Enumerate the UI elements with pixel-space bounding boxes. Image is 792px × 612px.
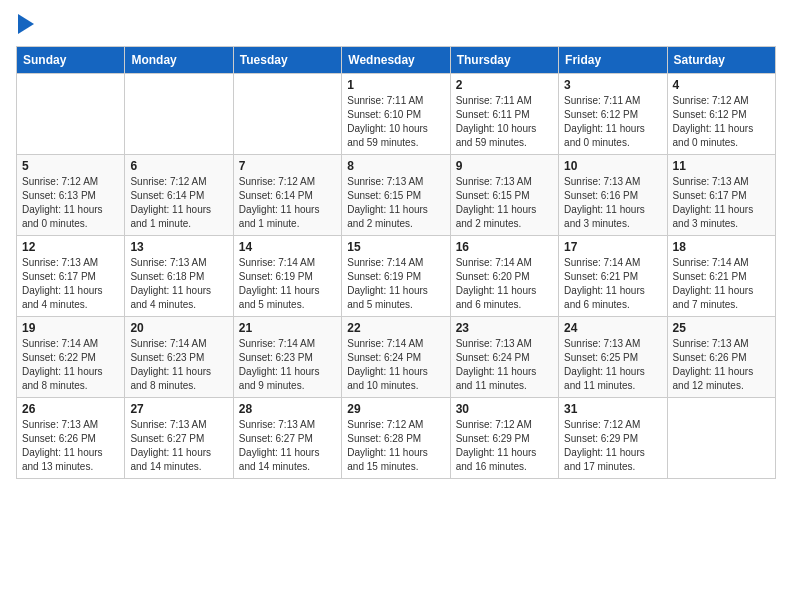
day-header-wednesday: Wednesday [342, 47, 450, 74]
calendar-day-17: 17Sunrise: 7:14 AMSunset: 6:21 PMDayligh… [559, 236, 667, 317]
day-number: 22 [347, 321, 444, 335]
logo [16, 16, 34, 34]
day-header-tuesday: Tuesday [233, 47, 341, 74]
empty-cell [667, 398, 775, 479]
day-number: 10 [564, 159, 661, 173]
calendar-day-24: 24Sunrise: 7:13 AMSunset: 6:25 PMDayligh… [559, 317, 667, 398]
day-info: Sunrise: 7:12 AMSunset: 6:29 PMDaylight:… [456, 418, 553, 474]
calendar-day-18: 18Sunrise: 7:14 AMSunset: 6:21 PMDayligh… [667, 236, 775, 317]
day-info: Sunrise: 7:11 AMSunset: 6:11 PMDaylight:… [456, 94, 553, 150]
day-info: Sunrise: 7:11 AMSunset: 6:12 PMDaylight:… [564, 94, 661, 150]
calendar-day-21: 21Sunrise: 7:14 AMSunset: 6:23 PMDayligh… [233, 317, 341, 398]
day-number: 29 [347, 402, 444, 416]
day-header-friday: Friday [559, 47, 667, 74]
calendar-day-30: 30Sunrise: 7:12 AMSunset: 6:29 PMDayligh… [450, 398, 558, 479]
calendar-day-15: 15Sunrise: 7:14 AMSunset: 6:19 PMDayligh… [342, 236, 450, 317]
calendar-day-27: 27Sunrise: 7:13 AMSunset: 6:27 PMDayligh… [125, 398, 233, 479]
calendar-day-10: 10Sunrise: 7:13 AMSunset: 6:16 PMDayligh… [559, 155, 667, 236]
calendar-day-6: 6Sunrise: 7:12 AMSunset: 6:14 PMDaylight… [125, 155, 233, 236]
empty-cell [233, 74, 341, 155]
day-info: Sunrise: 7:14 AMSunset: 6:24 PMDaylight:… [347, 337, 444, 393]
day-number: 4 [673, 78, 770, 92]
day-header-thursday: Thursday [450, 47, 558, 74]
calendar-day-12: 12Sunrise: 7:13 AMSunset: 6:17 PMDayligh… [17, 236, 125, 317]
day-number: 7 [239, 159, 336, 173]
empty-cell [17, 74, 125, 155]
calendar-day-20: 20Sunrise: 7:14 AMSunset: 6:23 PMDayligh… [125, 317, 233, 398]
day-number: 8 [347, 159, 444, 173]
day-number: 23 [456, 321, 553, 335]
day-info: Sunrise: 7:14 AMSunset: 6:22 PMDaylight:… [22, 337, 119, 393]
calendar-day-8: 8Sunrise: 7:13 AMSunset: 6:15 PMDaylight… [342, 155, 450, 236]
calendar-day-26: 26Sunrise: 7:13 AMSunset: 6:26 PMDayligh… [17, 398, 125, 479]
calendar-day-7: 7Sunrise: 7:12 AMSunset: 6:14 PMDaylight… [233, 155, 341, 236]
day-number: 15 [347, 240, 444, 254]
calendar-day-29: 29Sunrise: 7:12 AMSunset: 6:28 PMDayligh… [342, 398, 450, 479]
day-number: 2 [456, 78, 553, 92]
day-number: 30 [456, 402, 553, 416]
day-info: Sunrise: 7:13 AMSunset: 6:17 PMDaylight:… [22, 256, 119, 312]
calendar-day-11: 11Sunrise: 7:13 AMSunset: 6:17 PMDayligh… [667, 155, 775, 236]
day-info: Sunrise: 7:12 AMSunset: 6:28 PMDaylight:… [347, 418, 444, 474]
calendar-day-16: 16Sunrise: 7:14 AMSunset: 6:20 PMDayligh… [450, 236, 558, 317]
page-header [16, 16, 776, 34]
day-info: Sunrise: 7:11 AMSunset: 6:10 PMDaylight:… [347, 94, 444, 150]
calendar-week-row: 5Sunrise: 7:12 AMSunset: 6:13 PMDaylight… [17, 155, 776, 236]
day-number: 6 [130, 159, 227, 173]
day-info: Sunrise: 7:12 AMSunset: 6:14 PMDaylight:… [130, 175, 227, 231]
calendar-day-25: 25Sunrise: 7:13 AMSunset: 6:26 PMDayligh… [667, 317, 775, 398]
day-number: 19 [22, 321, 119, 335]
day-info: Sunrise: 7:14 AMSunset: 6:23 PMDaylight:… [239, 337, 336, 393]
day-info: Sunrise: 7:14 AMSunset: 6:19 PMDaylight:… [347, 256, 444, 312]
logo-arrow-icon [18, 14, 34, 34]
calendar-day-23: 23Sunrise: 7:13 AMSunset: 6:24 PMDayligh… [450, 317, 558, 398]
day-number: 17 [564, 240, 661, 254]
day-number: 3 [564, 78, 661, 92]
day-number: 25 [673, 321, 770, 335]
calendar-day-4: 4Sunrise: 7:12 AMSunset: 6:12 PMDaylight… [667, 74, 775, 155]
day-info: Sunrise: 7:14 AMSunset: 6:21 PMDaylight:… [673, 256, 770, 312]
day-number: 11 [673, 159, 770, 173]
day-number: 28 [239, 402, 336, 416]
calendar-day-1: 1Sunrise: 7:11 AMSunset: 6:10 PMDaylight… [342, 74, 450, 155]
day-info: Sunrise: 7:12 AMSunset: 6:12 PMDaylight:… [673, 94, 770, 150]
calendar-week-row: 1Sunrise: 7:11 AMSunset: 6:10 PMDaylight… [17, 74, 776, 155]
calendar-day-22: 22Sunrise: 7:14 AMSunset: 6:24 PMDayligh… [342, 317, 450, 398]
day-info: Sunrise: 7:14 AMSunset: 6:20 PMDaylight:… [456, 256, 553, 312]
day-header-sunday: Sunday [17, 47, 125, 74]
day-info: Sunrise: 7:13 AMSunset: 6:17 PMDaylight:… [673, 175, 770, 231]
calendar-week-row: 12Sunrise: 7:13 AMSunset: 6:17 PMDayligh… [17, 236, 776, 317]
day-info: Sunrise: 7:13 AMSunset: 6:18 PMDaylight:… [130, 256, 227, 312]
calendar-day-9: 9Sunrise: 7:13 AMSunset: 6:15 PMDaylight… [450, 155, 558, 236]
empty-cell [125, 74, 233, 155]
calendar-day-31: 31Sunrise: 7:12 AMSunset: 6:29 PMDayligh… [559, 398, 667, 479]
day-info: Sunrise: 7:13 AMSunset: 6:15 PMDaylight:… [347, 175, 444, 231]
calendar-week-row: 26Sunrise: 7:13 AMSunset: 6:26 PMDayligh… [17, 398, 776, 479]
day-number: 24 [564, 321, 661, 335]
day-number: 1 [347, 78, 444, 92]
day-info: Sunrise: 7:13 AMSunset: 6:27 PMDaylight:… [130, 418, 227, 474]
day-info: Sunrise: 7:13 AMSunset: 6:26 PMDaylight:… [673, 337, 770, 393]
day-info: Sunrise: 7:14 AMSunset: 6:23 PMDaylight:… [130, 337, 227, 393]
day-info: Sunrise: 7:13 AMSunset: 6:25 PMDaylight:… [564, 337, 661, 393]
calendar-day-13: 13Sunrise: 7:13 AMSunset: 6:18 PMDayligh… [125, 236, 233, 317]
calendar-day-19: 19Sunrise: 7:14 AMSunset: 6:22 PMDayligh… [17, 317, 125, 398]
calendar-day-3: 3Sunrise: 7:11 AMSunset: 6:12 PMDaylight… [559, 74, 667, 155]
day-info: Sunrise: 7:14 AMSunset: 6:19 PMDaylight:… [239, 256, 336, 312]
day-number: 21 [239, 321, 336, 335]
day-info: Sunrise: 7:13 AMSunset: 6:16 PMDaylight:… [564, 175, 661, 231]
day-info: Sunrise: 7:12 AMSunset: 6:13 PMDaylight:… [22, 175, 119, 231]
day-number: 27 [130, 402, 227, 416]
day-info: Sunrise: 7:12 AMSunset: 6:29 PMDaylight:… [564, 418, 661, 474]
calendar-week-row: 19Sunrise: 7:14 AMSunset: 6:22 PMDayligh… [17, 317, 776, 398]
day-info: Sunrise: 7:12 AMSunset: 6:14 PMDaylight:… [239, 175, 336, 231]
day-info: Sunrise: 7:13 AMSunset: 6:24 PMDaylight:… [456, 337, 553, 393]
day-number: 14 [239, 240, 336, 254]
calendar-header-row: SundayMondayTuesdayWednesdayThursdayFrid… [17, 47, 776, 74]
calendar-day-2: 2Sunrise: 7:11 AMSunset: 6:11 PMDaylight… [450, 74, 558, 155]
calendar-day-5: 5Sunrise: 7:12 AMSunset: 6:13 PMDaylight… [17, 155, 125, 236]
day-number: 12 [22, 240, 119, 254]
day-info: Sunrise: 7:13 AMSunset: 6:27 PMDaylight:… [239, 418, 336, 474]
day-number: 26 [22, 402, 119, 416]
day-info: Sunrise: 7:14 AMSunset: 6:21 PMDaylight:… [564, 256, 661, 312]
